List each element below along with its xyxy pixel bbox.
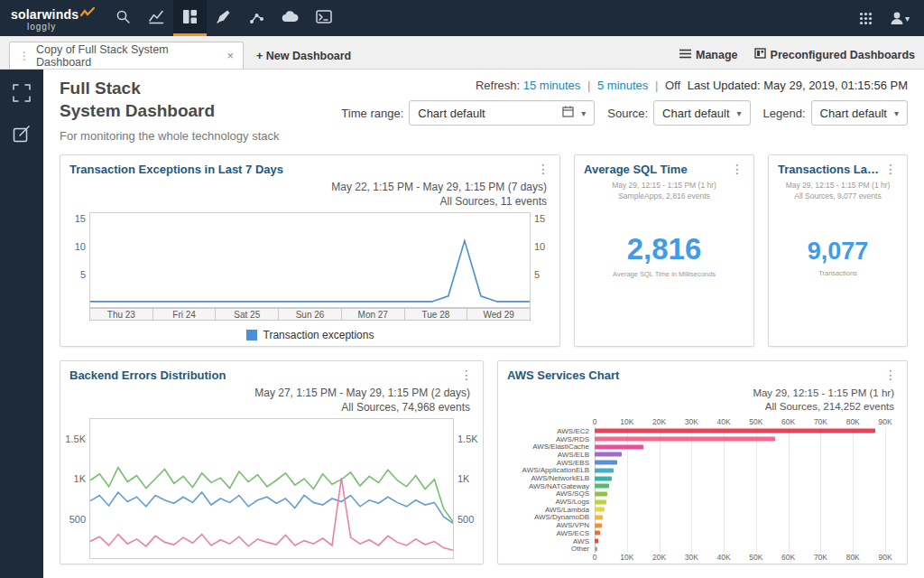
page-subtitle: For monitoring the whole technology stac… — [60, 129, 280, 143]
bar-row: AWS/EBS — [498, 459, 896, 467]
bar-AWS/VPN[interactable] — [595, 523, 602, 527]
x-tick-label: 10K — [620, 553, 633, 562]
bar-AWS/NATGateway[interactable] — [595, 484, 609, 489]
refresh-15-link[interactable]: 15 minutes — [523, 79, 581, 92]
bar-AWS/RDS[interactable] — [595, 437, 775, 442]
y-tick-label: 10 — [534, 241, 545, 252]
bar-AWS/ElastiCache[interactable] — [595, 444, 643, 449]
refresh-controls: Refresh: 15 minutes | 5 minutes | Off La… — [476, 79, 908, 92]
card-title: AWS Services Chart — [507, 368, 619, 382]
bar-AWS/EBS[interactable] — [595, 461, 617, 465]
refresh-5-link[interactable]: 5 minutes — [597, 79, 648, 92]
bar-AWS/ApplicationELB[interactable] — [595, 468, 614, 472]
x-axis-labels: Thu 23Fri 24Sat 25Sun 26Mon 27Tue 28Wed … — [89, 308, 531, 321]
legend-select[interactable]: Chart default ▾ — [811, 100, 908, 126]
card-menu-icon[interactable]: ⋮ — [882, 162, 899, 176]
chart-subtitle: May 29, 12:15 - 1:15 PM (1 hr) All Sourc… — [498, 386, 907, 417]
source-setup-icon[interactable] — [240, 0, 273, 36]
x-tick-label: 60K — [781, 417, 795, 426]
tab-close-icon[interactable]: × — [226, 49, 234, 62]
bar-row: AWS/SQS — [498, 490, 896, 499]
x-tick-label: 10K — [620, 417, 633, 426]
user-caret-icon: ▾ — [905, 14, 910, 23]
bar-AWS/DynamoDB[interactable] — [595, 515, 603, 519]
chevron-down-icon: ▾ — [894, 108, 899, 118]
card-menu-icon[interactable]: ⋮ — [458, 368, 475, 382]
y-tick-label: 1.5K — [65, 434, 86, 444]
bar-row: AWS/NATGateway — [498, 482, 896, 490]
legend-label: Legend: — [763, 107, 806, 120]
y-tick-label: 1.5K — [457, 434, 478, 444]
bar-AWS/ELB[interactable] — [595, 452, 622, 457]
card-menu-icon[interactable]: ⋮ — [729, 162, 745, 176]
bar-row: AWS/EC2 — [498, 427, 896, 435]
card-menu-icon[interactable]: ⋮ — [535, 162, 551, 176]
y-tick-label: 5 — [80, 269, 86, 280]
x-tick-label: 20K — [652, 417, 666, 426]
new-dashboard-button[interactable]: + New Dashboard — [256, 50, 351, 62]
bar-AWS/EC2[interactable] — [595, 429, 875, 434]
cloud-archive-icon[interactable] — [273, 0, 307, 36]
bar-Other[interactable] — [595, 546, 597, 551]
x-tick-label: 30K — [685, 553, 698, 562]
y-axis-right: 51015 — [531, 212, 554, 308]
bar-AWS/Logs[interactable] — [595, 499, 606, 504]
page-title: Full Stack System Dashboard — [60, 77, 280, 122]
line-chart-plot[interactable] — [89, 212, 531, 308]
chart-series-errors-green — [90, 468, 453, 522]
card-average-sql-time: Average SQL Time ⋮ May 29, 12:15 - 1:15 … — [574, 154, 754, 347]
legend-label: Transaction exceptions — [263, 329, 374, 341]
chart-series-errors-pink — [90, 478, 453, 550]
preconfigured-dashboards-button[interactable]: Preconfigured Dashboards — [754, 48, 915, 61]
edit-dashboard-icon[interactable] — [13, 126, 31, 147]
y-tick-label: 500 — [457, 514, 474, 525]
y-tick-label: 15 — [534, 213, 545, 224]
value-card-meta: May 29, 12:15 - 1:15 PM (1 hr) All Sourc… — [769, 181, 907, 201]
bar-row: AWS/RDS — [498, 435, 896, 443]
source-label: Source: — [607, 107, 648, 120]
bar-axis-bottom: 010K20K30K40K50K60K70K80K90K — [595, 553, 885, 563]
chevron-down-icon: ▾ — [737, 108, 742, 118]
manage-button[interactable]: Manage — [679, 49, 738, 61]
dashboard-tabbar: ⋮ Copy of Full Stack System Dashboard × … — [0, 36, 924, 70]
bar-AWS/SQS[interactable] — [595, 491, 607, 496]
user-menu[interactable]: ▾ — [884, 11, 915, 25]
bar-row: AWS/DynamoDB — [498, 514, 896, 522]
card-menu-icon[interactable]: ⋮ — [882, 368, 899, 382]
x-tick-label: 90K — [878, 553, 892, 562]
terminal-icon[interactable] — [307, 0, 340, 36]
search-icon[interactable] — [106, 0, 140, 36]
x-tick-label: 20K — [652, 553, 666, 562]
refresh-off-link[interactable]: Off — [665, 79, 680, 92]
apps-grid-icon[interactable] — [850, 12, 881, 25]
chevron-down-icon: ▾ — [581, 108, 586, 118]
bar-category-label: AWS/ElastiCache — [498, 443, 595, 451]
bar-AWS/NetworkELB[interactable] — [595, 476, 612, 480]
bar-category-label: AWS/Logs — [498, 498, 595, 506]
x-tick-cell: Sat 25 — [215, 308, 279, 321]
charts-icon[interactable] — [140, 0, 173, 36]
time-range-select[interactable]: Chart default ▾ — [409, 100, 595, 126]
bar-AWS[interactable] — [595, 539, 598, 544]
line-chart-plot[interactable] — [89, 418, 454, 559]
bar-AWS/ECS[interactable] — [595, 531, 600, 536]
logo-subtext: loggly — [27, 22, 106, 32]
x-tick-label: 30K — [685, 417, 698, 426]
fullscreen-icon[interactable] — [13, 84, 31, 106]
refresh-label: Refresh: — [476, 79, 520, 92]
card-title: Transaction Exceptions in Last 7 Days — [69, 163, 283, 176]
time-range-label: Time range: — [341, 107, 403, 120]
x-tick-cell: Thu 23 — [89, 308, 153, 321]
metric-value: 9,077 — [769, 238, 907, 266]
dashboards-icon[interactable] — [173, 0, 207, 36]
x-tick-label: 40K — [717, 417, 731, 426]
x-tick-cell: Tue 28 — [404, 308, 468, 321]
bar-row: AWS/Logs — [498, 498, 896, 506]
solarwinds-loggly-logo[interactable]: solarwinds loggly — [0, 0, 106, 36]
y-tick-label: 5 — [534, 269, 540, 280]
bar-chart[interactable]: 010K20K30K40K50K60K70K80K90K AWS/EC2AWS/… — [498, 417, 907, 563]
source-select[interactable]: Chart default ▾ — [653, 100, 750, 126]
bar-AWS/Lambda[interactable] — [595, 508, 605, 512]
dashboard-tab[interactable]: ⋮ Copy of Full Stack System Dashboard × — [9, 42, 244, 69]
alerts-icon[interactable] — [207, 0, 240, 36]
